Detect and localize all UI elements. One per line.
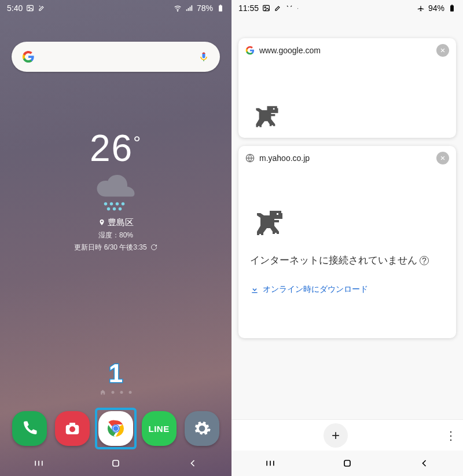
battery-icon [448,4,456,12]
google-logo-icon [22,50,35,63]
svg-point-5 [104,202,108,206]
home-button[interactable] [341,457,353,469]
camera-icon [64,420,81,437]
svg-point-11 [119,207,122,211]
status-bar: 11:55 · 94% [232,0,463,15]
gear-icon [193,419,211,438]
refresh-icon[interactable] [150,244,157,251]
dino-icon [250,103,280,133]
close-tab-button[interactable] [436,44,449,57]
home-button[interactable] [110,457,122,469]
home-dot-icon [100,389,106,395]
settings-app[interactable] [185,411,219,446]
help-icon[interactable]: ? [420,256,429,265]
svg-rect-22 [263,5,270,10]
search-bar[interactable] [12,42,220,72]
svg-rect-24 [450,5,454,11]
back-button[interactable] [187,457,199,469]
tab-card[interactable]: www.google.com [238,38,456,138]
battery-text: 78% [197,3,213,13]
weather-widget[interactable]: 26° 豊島区 湿度：80% 更新日時 6/30 午後3:35 [0,130,232,252]
status-bar: 5:40 78% [0,0,232,15]
tab-card[interactable]: m.yahoo.co.jp インターネットに接続されていません ? オンライン時… [238,146,456,338]
mic-icon[interactable] [198,51,210,63]
svg-point-7 [116,202,119,206]
svg-point-6 [110,202,113,206]
close-icon [440,47,446,53]
line-app[interactable]: LINE [142,411,177,446]
degree-symbol: ° [133,132,142,153]
offline-message: インターネットに接続されていません ? [250,254,444,267]
page-indicator [100,389,132,395]
picture-icon [26,4,34,12]
svg-point-8 [122,202,125,206]
humidity-text: 湿度：80% [98,230,133,240]
more-menu-button[interactable]: ⋮ [440,429,463,442]
close-icon [440,155,446,161]
phone-icon [21,420,38,437]
close-tab-button[interactable] [436,152,449,164]
recent-button[interactable] [264,457,276,469]
svg-point-13 [69,426,75,432]
airplane-icon [417,4,425,12]
battery-text: 94% [428,3,444,13]
svg-point-10 [113,207,116,211]
rain-cloud-icon [93,175,139,211]
tools-icon [38,4,46,12]
google-favicon-icon [245,46,255,55]
tab-title: www.google.com [259,46,432,55]
tab-title: m.yahoo.co.jp [259,153,432,163]
home-screen: 5:40 78% 26° 豊島区 湿度：80% 更新日時 6/ [0,0,232,476]
svg-rect-28 [273,108,275,110]
svg-rect-36 [344,460,350,466]
highlight-box [95,408,137,449]
svg-rect-4 [220,5,221,5]
svg-point-23 [264,7,266,8]
download-when-online-link[interactable]: オンライン時にダウンロード [250,284,444,295]
download-icon [250,285,259,294]
back-button[interactable] [418,457,430,469]
new-tab-button[interactable]: + [324,423,348,448]
tab-switcher-toolbar: + ⋮ [232,419,463,451]
line-icon: LINE [149,424,170,434]
tools-icon [285,4,293,12]
updated-text: 更新日時 6/30 午後3:35 [74,243,146,252]
tab-list: www.google.com m.yahoo.co.jp インターネッ [232,15,463,338]
chrome-tab-switcher: 11:55 · 94% www.google.com [232,0,463,476]
globe-favicon-icon [245,153,255,163]
nav-bar [232,451,463,476]
dino-icon [250,207,285,242]
chrome-app[interactable] [98,411,133,446]
wrench-icon [274,4,282,12]
svg-point-9 [107,207,111,211]
signal-icon [185,4,193,12]
nav-bar [0,451,232,476]
svg-rect-21 [113,460,119,466]
wifi-icon [174,4,182,12]
svg-rect-32 [277,213,278,215]
annotation-number: 1 [109,359,123,388]
clock-text: 5:40 [7,3,23,13]
phone-app[interactable] [12,411,47,446]
picture-icon [262,4,270,12]
location-text: 豊島区 [108,217,134,228]
svg-rect-3 [219,5,222,11]
svg-rect-14 [69,423,75,426]
clock-text: 11:55 [238,3,259,13]
temperature-value: 26 [90,127,133,169]
svg-point-1 [28,7,30,8]
location-pin-icon [98,219,105,226]
camera-app[interactable] [55,411,90,446]
battery-icon [216,4,225,12]
svg-point-2 [177,10,178,11]
app-dock: LINE [0,411,232,446]
svg-rect-0 [27,5,34,10]
recent-button[interactable] [33,457,45,469]
svg-rect-25 [451,5,453,5]
